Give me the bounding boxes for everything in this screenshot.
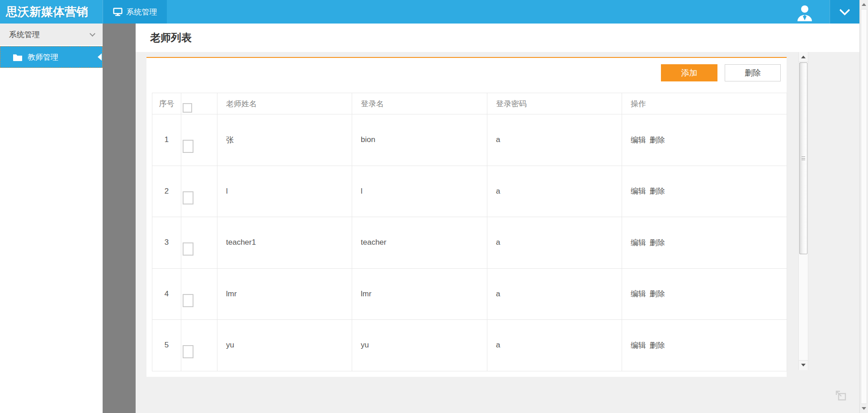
teacher-name: yu	[217, 320, 352, 371]
teacher-list-panel: 添加 删除 序号 老师姓名 登录名 登录密码 操作	[146, 57, 787, 377]
scrollbar-grip-icon	[802, 157, 805, 160]
sidebar-item-label: 教师管理	[28, 52, 58, 62]
sidebar-collapse-strip	[103, 24, 136, 413]
scroll-down-button[interactable]	[799, 360, 808, 370]
row-index: 3	[152, 217, 181, 269]
app-logo: 思沃新媒体营销	[0, 0, 103, 24]
row-checkbox[interactable]	[183, 242, 193, 256]
table-row: 5 yu yu a 编辑删除	[152, 320, 787, 371]
teacher-table: 序号 老师姓名 登录名 登录密码 操作 1 张 bion a	[152, 93, 787, 371]
login-name: teacher	[352, 217, 487, 269]
sidebar-group-label: 系统管理	[9, 29, 40, 40]
edit-link[interactable]: 编辑	[631, 290, 646, 298]
folder-icon	[13, 53, 23, 61]
row-checkbox-cell	[181, 320, 217, 371]
scroll-down-arrow-icon	[801, 364, 806, 366]
sidebar-item-teacher-management[interactable]: 教师管理	[0, 46, 103, 68]
table-row: 2 l l a 编辑删除	[152, 166, 787, 217]
top-bar: 思沃新媒体营销 系统管理	[0, 0, 859, 24]
delete-link[interactable]: 删除	[650, 341, 665, 350]
edit-link[interactable]: 编辑	[631, 136, 646, 144]
content-header: 老师列表	[136, 24, 859, 52]
teacher-name: l	[217, 166, 352, 217]
sidebar-group-system-management[interactable]: 系统管理	[0, 24, 103, 45]
table-header-row: 序号 老师姓名 登录名 登录密码 操作	[152, 93, 787, 114]
row-checkbox[interactable]	[183, 294, 193, 307]
column-header-checkbox	[181, 93, 217, 114]
table-row: 4 lmr lmr a 编辑删除	[152, 268, 787, 320]
content-scrollbar-thumb[interactable]	[799, 62, 807, 254]
scroll-up-arrow-icon[interactable]	[862, 3, 866, 6]
row-actions: 编辑删除	[622, 166, 787, 217]
page-scrollbar-thumb[interactable]	[861, 9, 867, 404]
teacher-name: 张	[217, 114, 352, 166]
delete-button[interactable]: 删除	[725, 64, 781, 81]
row-checkbox-cell	[181, 114, 217, 166]
row-actions: 编辑删除	[622, 268, 787, 320]
sidebar: 系统管理 教师管理	[0, 24, 103, 413]
row-actions: 编辑删除	[622, 114, 787, 166]
select-all-checkbox[interactable]	[183, 103, 192, 113]
page-title: 老师列表	[150, 31, 192, 45]
row-checkbox[interactable]	[183, 191, 193, 204]
main-content: 老师列表 添加 删除 序号 老师姓名 登录名 登录密码 操作	[136, 24, 859, 413]
popout-arrow-icon	[834, 388, 848, 402]
row-actions: 编辑删除	[622, 320, 787, 371]
column-header-name: 老师姓名	[217, 93, 352, 114]
column-header-login: 登录名	[352, 93, 487, 114]
login-password: a	[487, 320, 622, 371]
row-checkbox-cell	[181, 268, 217, 320]
delete-link[interactable]: 删除	[650, 187, 665, 195]
tab-system-management[interactable]: 系统管理	[103, 0, 167, 24]
table-row: 3 teacher1 teacher a 编辑删除	[152, 217, 787, 269]
column-header-password: 登录密码	[487, 93, 622, 114]
row-index: 5	[152, 320, 181, 371]
chevron-down-icon	[90, 31, 95, 37]
delete-link[interactable]: 删除	[650, 238, 665, 247]
row-actions: 编辑删除	[622, 217, 787, 269]
topbar-menu-toggle[interactable]	[830, 0, 859, 24]
active-item-marker-icon	[98, 53, 102, 61]
scroll-up-arrow-icon	[801, 56, 806, 58]
table-row: 1 张 bion a 编辑删除	[152, 114, 787, 166]
user-avatar-icon[interactable]	[796, 3, 814, 21]
row-checkbox[interactable]	[183, 140, 193, 153]
login-name: lmr	[352, 268, 487, 320]
row-checkbox-cell	[181, 217, 217, 269]
teacher-name: teacher1	[217, 217, 352, 269]
edit-link[interactable]: 编辑	[631, 341, 646, 350]
row-index: 2	[152, 166, 181, 217]
page-scrollbar[interactable]	[859, 0, 868, 413]
chevron-down-icon	[839, 5, 850, 15]
column-header-actions: 操作	[622, 93, 787, 114]
login-name: bion	[352, 114, 487, 166]
login-name: l	[352, 166, 487, 217]
delete-link[interactable]: 删除	[650, 136, 665, 144]
scroll-down-arrow-icon[interactable]	[862, 407, 866, 410]
login-password: a	[487, 114, 622, 166]
edit-link[interactable]: 编辑	[631, 238, 646, 247]
login-password: a	[487, 268, 622, 320]
add-button[interactable]: 添加	[661, 64, 717, 81]
scroll-up-button[interactable]	[799, 52, 808, 62]
row-index: 1	[152, 114, 181, 166]
teacher-name: lmr	[217, 268, 352, 320]
delete-link[interactable]: 删除	[650, 290, 665, 298]
login-password: a	[487, 166, 622, 217]
monitor-icon	[113, 8, 123, 16]
row-checkbox-cell	[181, 166, 217, 217]
login-name: yu	[352, 320, 487, 371]
content-scrollbar[interactable]	[798, 52, 808, 370]
row-index: 4	[152, 268, 181, 320]
column-header-index: 序号	[152, 93, 181, 114]
tab-label: 系统管理	[127, 7, 157, 17]
login-password: a	[487, 217, 622, 269]
edit-link[interactable]: 编辑	[631, 187, 646, 195]
row-checkbox[interactable]	[183, 345, 193, 358]
